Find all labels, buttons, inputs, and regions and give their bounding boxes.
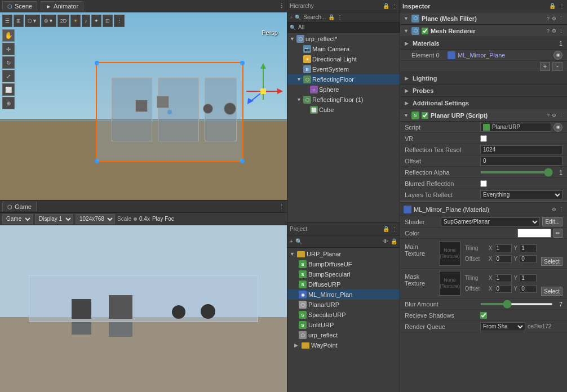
mask-texture-select-btn[interactable]: Select <box>541 287 562 296</box>
hand-tool[interactable]: ✋ <box>2 29 15 42</box>
project-item-0[interactable]: S BumpDiffuseUF <box>287 259 400 269</box>
offset-y-input[interactable] <box>520 255 537 263</box>
material-dot-btn[interactable]: ◉ <box>553 51 562 60</box>
hierarchy-item-2[interactable]: ▶ E EventSystem <box>287 64 400 74</box>
hierarchy-item-3[interactable]: ▼ ⬡ ReflectingFloor <box>287 74 400 84</box>
hierarchy-item-4[interactable]: ▶ ○ Sphere <box>287 84 400 95</box>
inspector-tab-label[interactable]: Inspector <box>402 3 431 10</box>
2d-tool[interactable]: 2D <box>57 15 70 27</box>
scene-more-icon[interactable]: ⋮ <box>278 2 285 10</box>
move-tool[interactable]: ✛ <box>2 43 15 55</box>
material-more2-icon[interactable]: ⋮ <box>559 207 564 212</box>
hierarchy-lock2-icon[interactable]: 🔒 <box>328 14 335 20</box>
mask-offset-y-input[interactable] <box>520 285 537 293</box>
mask-tiling-y-input[interactable] <box>520 274 537 282</box>
hierarchy-root-item[interactable]: ▼ ⬡ urp_reflect* <box>287 34 400 44</box>
hierarchy-more2-icon[interactable]: ⋮ <box>337 14 343 20</box>
probes-section-header[interactable]: ▶ Probes <box>400 84 567 97</box>
scene-viewport[interactable]: ☰ ⊞ ⬡ ▼ ⊕ ▼ 2D <box>0 12 287 200</box>
hierarchy-add-btn[interactable]: + <box>290 15 293 20</box>
project-item-1[interactable]: S BumpSpecularl <box>287 269 400 279</box>
planar-help-icon[interactable]: ? <box>547 113 550 118</box>
color-swatch[interactable] <box>517 229 551 238</box>
hierarchy-item-5[interactable]: ▼ ⬡ ReflectingFloor (1) <box>287 95 400 105</box>
vr-checkbox[interactable] <box>480 135 487 142</box>
tab-game[interactable]: ⬡ Game <box>2 202 37 211</box>
hierarchy-item-6[interactable]: ▶ ⬜ Cube <box>287 105 400 115</box>
game-more-icon[interactable]: ⋮ <box>278 203 285 210</box>
tab-scene[interactable]: ⬡ Scene <box>2 1 37 11</box>
project-item-4[interactable]: ⬡ PlanarURP <box>287 300 400 310</box>
global-local-tool[interactable]: ⬡ ▼ <box>25 15 40 27</box>
mask-tiling-x-input[interactable] <box>495 274 512 282</box>
inspector-lock-icon[interactable]: 🔒 <box>549 3 556 9</box>
material-settings-icon[interactable]: ⚙ <box>552 207 556 212</box>
shader-edit-btn[interactable]: Edit... <box>542 217 562 226</box>
mask-texture-thumb[interactable]: None(Texture) <box>439 271 460 296</box>
project-item-3[interactable]: ◉ ML_Mirror_Plan <box>287 289 400 300</box>
pivot-tool[interactable]: ⊕ ▼ <box>41 15 56 27</box>
render-queue-dropdown[interactable]: From Sha <box>480 322 525 331</box>
mesh-filter-more-icon[interactable]: ⋮ <box>559 16 564 21</box>
mesh-filter-settings-icon[interactable]: ⚙ <box>552 16 556 21</box>
script-ref-field[interactable]: PlanarURP <box>480 123 551 132</box>
main-texture-thumb[interactable]: None(Texture) <box>439 241 460 266</box>
additional-settings-header[interactable]: ▶ Additional Settings <box>400 97 567 109</box>
project-search-icon[interactable]: 🔍 <box>295 238 302 244</box>
planar-settings-icon[interactable]: ⚙ <box>552 113 556 118</box>
hierarchy-item-1[interactable]: ▶ ☀ Directional Light <box>287 54 400 64</box>
mesh-renderer-more-icon[interactable]: ⋮ <box>559 28 564 34</box>
reflection-alpha-slider[interactable] <box>480 171 553 173</box>
project-item-5[interactable]: S SpecularURP <box>287 310 400 320</box>
hidden-tool[interactable]: ⊟ <box>103 15 113 27</box>
project-item-8[interactable]: ▶ WayPoint <box>287 340 400 350</box>
project-item-6[interactable]: S UnlitURP <box>287 320 400 330</box>
material-section-header[interactable]: ML_Mirror_Plane (Material) ⚙ ⋮ <box>400 203 567 216</box>
project-more-icon[interactable]: ⋮ <box>392 226 397 232</box>
project-lock-icon[interactable]: 🔒 <box>383 226 389 232</box>
blurred-reflection-checkbox[interactable] <box>480 180 487 187</box>
main-texture-select-btn[interactable]: Select <box>541 257 562 266</box>
shader-dropdown[interactable]: SupGames/Planar <box>441 217 540 226</box>
transform-tool[interactable]: ⊕ <box>2 97 15 109</box>
planar-more-icon[interactable]: ⋮ <box>559 113 564 118</box>
project-item-2[interactable]: S DiffuseURP <box>287 279 400 289</box>
layers-dropdown[interactable]: Everything <box>480 190 562 199</box>
material-remove-btn[interactable]: - <box>552 62 562 71</box>
offset-input[interactable] <box>480 157 562 166</box>
sound-tool[interactable]: ♪ <box>82 15 90 27</box>
reflection-tex-input[interactable] <box>480 145 562 154</box>
resolution-select[interactable]: 1024x768 <box>76 214 115 224</box>
project-add-btn[interactable]: + <box>290 238 293 244</box>
script-dot-btn[interactable]: ◉ <box>553 123 562 132</box>
scene-tool-group[interactable]: ☰ <box>2 15 12 27</box>
tiling-x-input[interactable] <box>495 244 512 252</box>
mesh-renderer-settings-icon[interactable]: ⚙ <box>552 28 556 34</box>
hierarchy-more-icon[interactable]: ⋮ <box>392 3 397 9</box>
scale-tool[interactable]: ⤢ <box>2 70 15 82</box>
gizmos-tool[interactable]: ⊞ <box>14 15 24 27</box>
receive-shadows-checkbox[interactable] <box>480 312 487 319</box>
project-item-7[interactable]: ⬡ urp_reflect <box>287 330 400 340</box>
rect-tool[interactable]: ⬜ <box>2 83 15 96</box>
mesh-filter-header[interactable]: ▼ ⬡ Plane (Mesh Filter) ? ⚙ ⋮ <box>400 12 567 25</box>
materials-section-header[interactable]: ▶ Materials 1 <box>400 37 567 50</box>
planar-checkbox[interactable] <box>422 112 428 119</box>
more-scene-tool[interactable]: ⋮ <box>114 15 125 27</box>
mesh-renderer-help-icon[interactable]: ? <box>547 28 550 34</box>
mask-offset-x-input[interactable] <box>495 285 512 293</box>
rotate-tool[interactable]: ↻ <box>2 56 15 69</box>
tiling-y-input[interactable] <box>520 244 537 252</box>
planar-urp-header[interactable]: ▼ S Planar URP (Script) ? ⚙ ⋮ <box>400 109 567 122</box>
material-add-btn[interactable]: + <box>540 62 550 71</box>
hierarchy-item-0[interactable]: ▶ 📷 Main Camera <box>287 44 400 54</box>
offset-x-input[interactable] <box>495 255 512 263</box>
light-tool[interactable]: ☀ <box>70 15 81 27</box>
project-lock2-icon[interactable]: 🔒 <box>391 238 397 244</box>
project-eye-btn[interactable]: 👁 <box>383 238 388 244</box>
color-edit-btn[interactable]: ✏ <box>553 229 562 238</box>
play-focus-btn[interactable]: Play Foc <box>152 216 174 222</box>
mesh-renderer-header[interactable]: ▼ ⬡ Mesh Renderer ? ⚙ ⋮ <box>400 25 567 37</box>
game-mode-select[interactable]: Game <box>2 214 33 224</box>
inspector-more-icon[interactable]: ⋮ <box>559 3 565 9</box>
